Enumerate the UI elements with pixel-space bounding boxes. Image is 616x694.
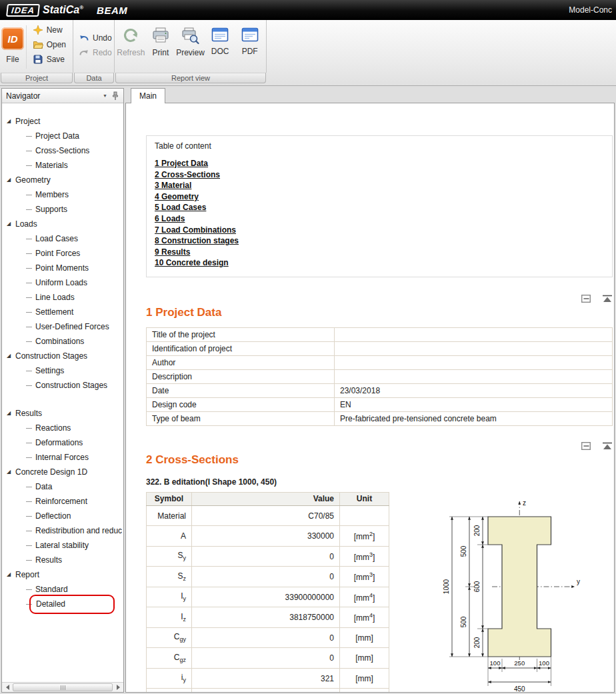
- nav-item-label: Deformations: [35, 435, 83, 450]
- tree-connector: [26, 341, 32, 342]
- toc-link-9-results[interactable]: 9 Results: [155, 247, 190, 258]
- nav-section-results[interactable]: ◢Results: [2, 406, 123, 421]
- unit-cell: [mm]: [340, 627, 389, 648]
- nav-item-data[interactable]: Data: [2, 479, 123, 494]
- column-header-value: Value: [192, 492, 340, 505]
- row-label: Design code: [147, 397, 335, 411]
- toc-link-10-concrete-design[interactable]: 10 Concrete design: [155, 257, 229, 269]
- tree-connector: [26, 501, 32, 502]
- nav-section-concrete-design-1d[interactable]: ◢Concrete Design 1D: [2, 465, 123, 479]
- y-axis-label: y: [577, 578, 580, 585]
- row-label: Date: [147, 383, 335, 397]
- nav-item-settings[interactable]: Settings: [2, 363, 123, 378]
- nav-item-deformations[interactable]: Deformations: [2, 435, 123, 450]
- toc-link-8-construction-stages[interactable]: 8 Construction stages: [155, 235, 239, 247]
- table-row: Date23/03/2018: [147, 383, 613, 397]
- doc-export-button[interactable]: DOC: [205, 23, 235, 71]
- toc-link-2-cross-sections[interactable]: 2 Cross-Sections: [155, 169, 220, 181]
- open-button[interactable]: Open: [31, 37, 71, 52]
- app-name: BEAM: [97, 5, 127, 16]
- nav-item-label: Materials: [35, 158, 68, 173]
- collapse-section-icon[interactable]: [581, 442, 591, 451]
- nav-item-supports[interactable]: Supports: [2, 202, 123, 217]
- toc-link-7-load-combinations[interactable]: 7 Load Combinations: [155, 225, 236, 236]
- row-value: [335, 369, 613, 383]
- nav-item-materials[interactable]: Materials: [2, 158, 123, 173]
- refresh-button[interactable]: Refresh: [116, 23, 146, 71]
- nav-item-reinforcement[interactable]: Reinforcement: [2, 494, 123, 509]
- preview-button-label: Preview: [176, 48, 205, 57]
- nav-item-members[interactable]: Members: [2, 187, 123, 202]
- expanded-triangle-icon[interactable]: ◢: [7, 406, 15, 421]
- expanded-triangle-icon[interactable]: ◢: [7, 173, 15, 187]
- undo-button-label: Undo: [93, 33, 112, 43]
- nav-item-settlement[interactable]: Settlement: [2, 305, 123, 319]
- save-button-label: Save: [47, 55, 65, 64]
- expanded-triangle-icon[interactable]: ◢: [7, 217, 15, 231]
- scroll-left-button[interactable]: [2, 683, 13, 692]
- nav-section-report[interactable]: ◢Report: [2, 567, 123, 582]
- toc-link-6-loads[interactable]: 6 Loads: [155, 213, 185, 225]
- toc-link-1-project-data[interactable]: 1 Project Data: [155, 158, 208, 169]
- scrollbar-thumb[interactable]: [13, 683, 113, 691]
- expanded-triangle-icon[interactable]: ◢: [7, 349, 15, 363]
- undo-button[interactable]: Undo: [77, 31, 117, 45]
- scroll-right-button[interactable]: [113, 683, 123, 692]
- toc-link-5-load-cases[interactable]: 5 Load Cases: [155, 202, 206, 213]
- nav-item-project-data[interactable]: Project Data: [2, 129, 123, 143]
- nav-section-project[interactable]: ◢Project: [2, 114, 123, 129]
- preview-button[interactable]: Preview: [175, 23, 205, 71]
- scroll-to-top-icon[interactable]: [602, 442, 613, 451]
- tree-connector: [26, 283, 32, 283]
- save-button[interactable]: Save: [31, 52, 71, 67]
- nav-section-label: Report: [15, 567, 39, 582]
- expanded-triangle-icon[interactable]: ◢: [7, 465, 15, 479]
- table-row: Description: [147, 369, 613, 383]
- nav-item-uniform-loads[interactable]: Uniform Loads: [2, 275, 123, 290]
- nav-item-line-loads[interactable]: Line Loads: [2, 290, 123, 305]
- nav-section-loads[interactable]: ◢Loads: [2, 217, 123, 231]
- print-button[interactable]: Print: [146, 23, 176, 71]
- horizontal-scrollbar[interactable]: [2, 682, 123, 692]
- nav-item-load-cases[interactable]: Load Cases: [2, 231, 123, 246]
- file-button[interactable]: ID File: [1, 23, 24, 71]
- nav-item-point-moments[interactable]: Point Moments: [2, 261, 123, 275]
- cross-section-diagram: z y: [408, 493, 595, 693]
- scroll-to-top-icon[interactable]: [602, 295, 613, 304]
- nav-item-internal-forces[interactable]: Internal Forces: [2, 450, 123, 465]
- pin-icon[interactable]: [111, 91, 119, 101]
- expanded-triangle-icon[interactable]: ◢: [7, 567, 15, 582]
- nav-item-construction-stages[interactable]: Construction Stages: [2, 378, 123, 393]
- redo-button[interactable]: Redo: [77, 45, 117, 60]
- nav-section-construction-stages[interactable]: ◢Construction Stages: [2, 349, 123, 363]
- chevron-down-icon[interactable]: ▼: [103, 93, 107, 98]
- nav-item-cross-sections[interactable]: Cross-Sections: [2, 143, 123, 158]
- toc-link-4-geometry[interactable]: 4 Geometry: [155, 191, 199, 203]
- nav-item-detailed[interactable]: Detailed: [2, 597, 123, 611]
- nav-item-results[interactable]: Results: [2, 553, 123, 567]
- collapse-section-icon[interactable]: [581, 295, 591, 304]
- tree-connector: [26, 531, 32, 531]
- table-row: Sy0[mm3]: [147, 546, 389, 567]
- nav-item-deflection[interactable]: Deflection: [2, 509, 123, 523]
- nav-item-reactions[interactable]: Reactions: [2, 421, 123, 435]
- nav-section-geometry[interactable]: ◢Geometry: [2, 173, 123, 187]
- nav-item-redistribution-and-reduc[interactable]: Redistribution and reduc: [2, 523, 123, 538]
- pdf-export-button[interactable]: PDF: [235, 23, 265, 71]
- expanded-triangle-icon[interactable]: ◢: [7, 114, 15, 129]
- nav-item-combinations[interactable]: Combinations: [2, 334, 123, 349]
- tab-main[interactable]: Main: [131, 88, 165, 103]
- symbol-cell: Sz: [147, 567, 192, 587]
- dim-label-web: 600: [473, 581, 481, 592]
- value-cell: 0: [192, 546, 340, 567]
- new-button[interactable]: New: [31, 23, 71, 37]
- refresh-icon: [121, 26, 140, 45]
- nav-item-lateral-stability[interactable]: Lateral stability: [2, 538, 123, 553]
- nav-item-label: Reactions: [35, 421, 71, 435]
- symbol-cell: Cgz: [147, 648, 192, 669]
- toc-link-3-material[interactable]: 3 Material: [155, 180, 191, 191]
- table-row: Title of the project: [147, 327, 613, 341]
- dim-label-height: 1000: [443, 579, 450, 594]
- nav-item-user-defined-forces[interactable]: User-Defined Forces: [2, 319, 123, 334]
- nav-item-point-forces[interactable]: Point Forces: [2, 246, 123, 261]
